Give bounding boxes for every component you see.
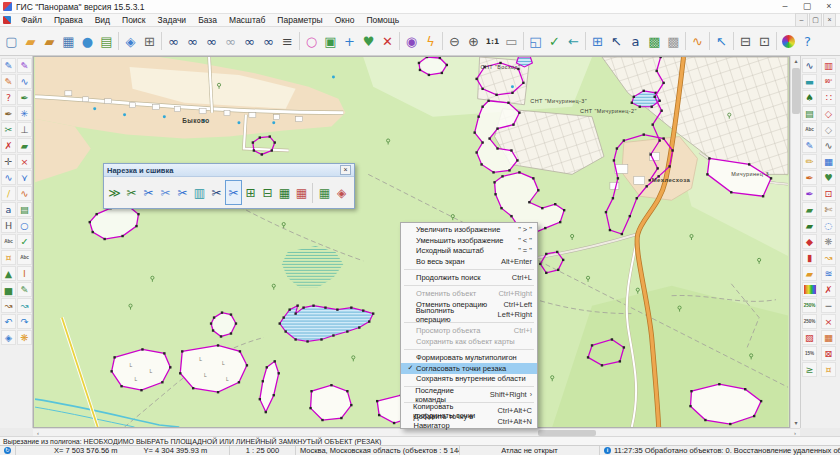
print-setup-icon[interactable]: ⊡ [755, 29, 774, 53]
context-menu-item[interactable]: Добавить точку в НавигаторCtrl+Alt+N [401, 416, 537, 427]
menu-окно[interactable]: Окно [329, 15, 361, 25]
blocks-two-icon[interactable]: ▰ [802, 218, 817, 233]
menu-вид[interactable]: Вид [89, 15, 116, 25]
open-folder-map-icon[interactable]: ▰ [40, 29, 59, 53]
pen-icon[interactable]: ✒ [802, 170, 817, 185]
menu-помощь[interactable]: Помощь [360, 15, 405, 25]
object-card-icon[interactable]: a [626, 29, 645, 53]
zoom-15-icon[interactable]: 15% [802, 346, 817, 361]
query-object-icon[interactable]: ? [1, 90, 16, 105]
cut-x-icon[interactable]: ✗ [821, 282, 836, 297]
wave-second-icon[interactable]: ∿ [17, 186, 32, 201]
edit-point-icon[interactable]: ✎ [17, 58, 32, 73]
menu-поиск[interactable]: Поиск [116, 15, 152, 25]
diamond-outline-icon[interactable]: ◇ [821, 106, 836, 121]
select-table-icon[interactable]: ⊞ [588, 29, 607, 53]
note-green-icon[interactable]: ▤ [802, 106, 817, 121]
lightning-icon[interactable]: ϟ [421, 29, 440, 53]
abc-second-icon[interactable]: Abc [17, 250, 32, 265]
sew-minus-icon[interactable]: ⊟ [259, 180, 276, 205]
objects-list-icon[interactable]: ≡ [278, 29, 297, 53]
diamond-gray-icon[interactable]: ◇ [821, 122, 836, 137]
cut-object-icon[interactable]: ✂ [1, 122, 16, 137]
redo-arrow-icon[interactable]: ↷ [17, 314, 32, 329]
find-in-area-icon[interactable]: ∞ [240, 29, 259, 53]
cut-sheet-icon[interactable]: ✂ [123, 180, 140, 205]
select-frame-icon[interactable]: ▭ [502, 29, 521, 53]
open-map-icon[interactable]: ▰ [21, 29, 40, 53]
sew-maps-red-icon[interactable]: ▦ [293, 180, 310, 205]
cut-striped-icon[interactable]: ▥ [191, 180, 208, 205]
zoom-250-ok-icon[interactable]: 250% [802, 298, 817, 313]
mdi-minimize-icon[interactable]: – [795, 13, 808, 27]
node-line-icon[interactable]: ∿ [17, 74, 32, 89]
gear-icon[interactable]: ❋ [17, 330, 32, 345]
strip-teal-icon[interactable]: ▬ [802, 74, 817, 89]
chevrons-green-icon[interactable]: ≥ [802, 362, 817, 377]
delete-object-icon[interactable]: ✗ [1, 138, 16, 153]
menu-задачи[interactable]: Задачи [152, 15, 193, 25]
deg-90-icon[interactable]: 90° [821, 74, 836, 89]
tree-symbol-icon[interactable]: ♠ [802, 90, 817, 105]
abc-label-icon[interactable]: Abc [802, 122, 817, 137]
find-by-name-icon[interactable]: ∞ [183, 29, 202, 53]
zoom-250-icon[interactable]: 250% [802, 314, 817, 329]
sew-plus-icon[interactable]: ⊞ [242, 180, 259, 205]
map-object-select-icon[interactable]: ▩ [645, 29, 664, 53]
diamond-red-icon[interactable]: ◆ [802, 234, 817, 249]
check-green-icon[interactable]: ✓ [17, 234, 32, 249]
cut-stitch-toolbar-titlebar[interactable]: Нарезка и сшивка × [104, 164, 354, 177]
find-refresh-icon[interactable]: ∞ [259, 29, 278, 53]
pencil-icon[interactable]: ✏ [802, 154, 817, 169]
cut-frame-icon[interactable]: ✂ [157, 180, 174, 205]
select-clear-icon[interactable]: ✕ [378, 29, 397, 53]
cut-double-icon[interactable]: ✂ [174, 180, 191, 205]
symbol-abc-icon[interactable]: Abc [1, 234, 16, 249]
context-menu-item[interactable]: Последние командыShift+Right› [401, 389, 537, 400]
minimize-icon[interactable]: – [774, 0, 796, 13]
new-document-icon[interactable]: ▢ [2, 29, 21, 53]
step-back-icon[interactable]: ← [564, 29, 583, 53]
context-menu-item[interactable]: ✓Согласовать точки резака [401, 363, 537, 374]
blocks-one-icon[interactable]: ▰ [802, 202, 817, 217]
edit-green-icon[interactable]: ✎ [17, 282, 32, 297]
cut-x2-icon[interactable]: × [821, 314, 836, 329]
split-line-icon[interactable]: ⋎ [17, 170, 32, 185]
palette-icon[interactable]: ◉ [402, 29, 421, 53]
vertical-scrollbar[interactable]: ▴ ▾ [790, 56, 800, 428]
find-inactive-icon[interactable]: ∞ [221, 29, 240, 53]
menu-правка[interactable]: Правка [48, 15, 89, 25]
list-green-icon[interactable]: ▤ [17, 202, 32, 217]
fill-second-icon[interactable]: ✒ [17, 90, 32, 105]
mesh-circle-icon[interactable]: ❋ [821, 234, 836, 249]
circle-tool-icon[interactable]: ○ [17, 218, 32, 233]
ellipse-lines-icon[interactable]: ◌ [821, 218, 836, 233]
flashlight-icon[interactable]: ¤ [1, 250, 16, 265]
menu-масштаб[interactable]: Масштаб [223, 15, 271, 25]
grid-blue-icon[interactable]: ▦ [821, 154, 836, 169]
color-wheel-icon[interactable] [779, 29, 798, 53]
fill-style-icon[interactable]: ✒ [1, 106, 16, 121]
context-menu-item[interactable]: Формировать мультиполигон [401, 352, 537, 363]
marker-line-icon[interactable]: / [1, 186, 16, 201]
open-report-icon[interactable]: ▤ [97, 29, 116, 53]
context-menu-item[interactable]: Исходный масштаб" = " [401, 246, 537, 257]
maximize-icon[interactable]: ▢ [796, 0, 818, 13]
merge-sheets-icon[interactable]: ≫ [106, 180, 123, 205]
context-menu-item[interactable]: Во весь экранAlt+Enter [401, 256, 537, 267]
blocks-multi-icon[interactable]: ▰ [802, 266, 817, 281]
bar-chart-icon[interactable]: ▅ [1, 282, 16, 297]
open-geoportal-icon[interactable]: ● [78, 29, 97, 53]
sew-maps-icon[interactable]: ▦ [276, 180, 293, 205]
cut-fragment-icon[interactable]: ✂ [208, 180, 225, 205]
menu-файл[interactable]: Файл [15, 15, 48, 25]
polyline-points-icon[interactable]: ∿ [802, 58, 817, 73]
menu-параметры[interactable]: Параметры [271, 15, 328, 25]
perpendicular-icon[interactable]: ⊥ [17, 122, 32, 137]
context-menu-item[interactable]: Увеличить изображение" > " [401, 224, 537, 235]
chart-red-icon[interactable]: ▨ [802, 330, 817, 345]
cut-line-icon[interactable]: ✂ [140, 180, 157, 205]
triangles-icon[interactable]: ▲ [1, 266, 16, 281]
find-text-icon[interactable]: a [1, 202, 16, 217]
ruler-icon[interactable]: I [17, 266, 32, 281]
